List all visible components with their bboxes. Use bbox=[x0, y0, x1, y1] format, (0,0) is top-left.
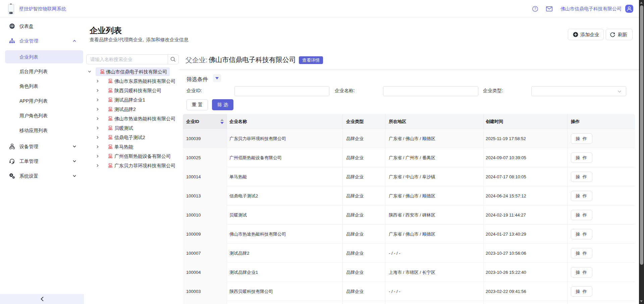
svg-text:?: ? bbox=[534, 7, 536, 11]
